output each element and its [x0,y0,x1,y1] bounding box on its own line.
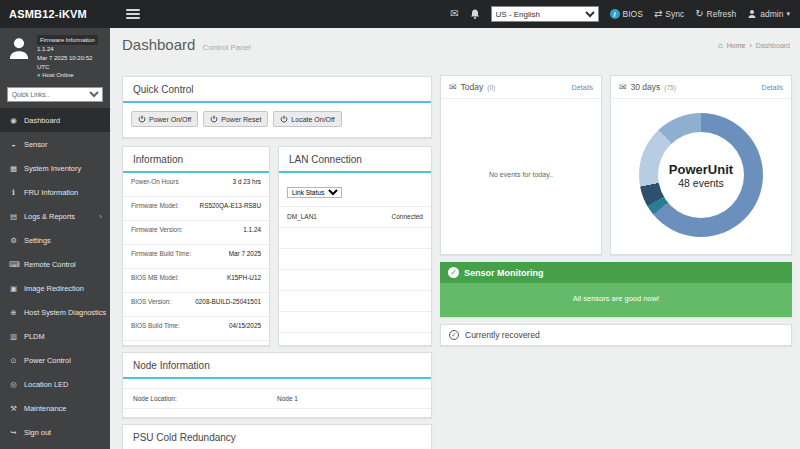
power-control-icon: ⊙ [9,356,18,365]
check-circle-outline-icon: ✓ [449,330,459,340]
node-information-card: Node Information Node Location: Node 1 [122,352,432,418]
table-row: Firmware Version: 1.1.24 [123,221,269,245]
firmware-version: 1.1.24 [37,46,54,52]
bell-icon [470,9,480,20]
psu-cold-redundancy-card: PSU Cold Redundancy [122,424,432,449]
today-details-link[interactable]: Details [572,84,593,91]
currently-recovered-row[interactable]: ✓ Currently recovered [440,324,792,346]
refresh-button[interactable]: ↻ Refresh [695,9,736,19]
info-circle-icon: i [610,9,620,19]
pldm-icon: ▥ [9,332,18,341]
lan-row-empty [279,228,431,249]
quick-links-select[interactable]: Quick Links.. [7,87,103,102]
sync-button[interactable]: ⇄ Sync [654,9,684,19]
dashboard-icon: ◉ [9,116,18,125]
power-icon [210,115,218,123]
remote-control-icon: ⌨ [9,260,18,269]
sensor-icon: ◒ [9,140,18,149]
month-details-link[interactable]: Details [762,84,783,91]
table-row: BIOS MB Model: K15PH-U12 [123,269,269,293]
psu-cold-redundancy-title: PSU Cold Redundancy [123,425,431,449]
donut-center-value: 48 events [678,177,724,189]
breadcrumb: ⌂ Home › Dashboard [718,41,790,50]
table-row: Firmware Model: RS520QA-E13-RS8U [123,197,269,221]
settings-icon: ⚙ [9,236,18,245]
sign-out-icon: ↪ [9,428,18,437]
firmware-date: Mar 7 2025 10:20:52 UTC [37,55,92,70]
power-icon [280,115,288,123]
user-icon [747,9,757,19]
breadcrumb-home[interactable]: Home [727,42,746,49]
table-row: Power-On Hours 3 d 23 hrs [123,173,269,197]
donut-center-label: PowerUnit [669,162,733,177]
events-donut: PowerUnit 48 events [639,113,763,237]
sidebar-item-host-system-diagnostics[interactable]: ⊕ Host System Diagnostics [0,300,110,324]
system-inventory-icon: ▦ [9,164,18,173]
lan-row-empty [279,270,431,291]
quick-control-title: Quick Control [123,77,431,103]
menu-toggle-icon[interactable] [126,9,140,19]
power-on-off-button[interactable]: Power On/Off [131,111,198,127]
sidebar-item-fru-information[interactable]: ℹ FRU Information [0,180,110,204]
notifications-button[interactable] [470,9,480,20]
chevron-right-icon: › [99,212,102,221]
envelope-icon: ✉ [450,9,458,19]
maintenance-icon: ⚒ [9,404,18,413]
messages-button[interactable]: ✉ [450,9,458,19]
sensor-monitoring-card: ✓ Sensor Monitoring All sensors are good… [440,262,792,317]
user-panel: Firmware Information 1.1.24 Mar 7 2025 1… [0,28,110,84]
breadcrumb-separator: › [749,42,751,49]
sidebar-item-pldm[interactable]: ▥ PLDM [0,324,110,348]
month-count: (75) [664,84,676,91]
main-content: Dashboard Control Panel ⌂ Home › Dashboa… [110,28,800,449]
node-information-title: Node Information [123,353,431,379]
sidebar-item-settings[interactable]: ⚙ Settings [0,228,110,252]
bios-button[interactable]: i BIOS [610,9,643,19]
host-status-dot: ● [37,72,41,78]
sensor-monitoring-title: Sensor Monitoring [464,268,544,278]
lan-connection-card: LAN Connection Link Status DM_LAN1 Conne… [278,146,432,346]
lan-row-empty [279,249,431,270]
sidebar-item-location-led[interactable]: ◎ Location LED [0,372,110,396]
fru-information-icon: ℹ [9,188,18,197]
sidebar-item-remote-control[interactable]: ⌨ Remote Control [0,252,110,276]
location-led-icon: ◎ [9,380,18,389]
home-icon: ⌂ [718,41,723,50]
sidebar-item-maintenance[interactable]: ⚒ Maintenance [0,396,110,420]
quick-control-card: Quick Control Power On/Off Power Reset L… [122,76,432,138]
avatar [6,35,32,65]
sidebar-item-power-control[interactable]: ⊙ Power Control [0,348,110,372]
sensor-monitoring-message: All sensors are good now! [440,283,792,317]
breadcrumb-current: Dashboard [756,42,790,49]
firmware-info-label: Firmware Information [37,35,98,45]
page-title: Dashboard [122,36,195,53]
user-avatar-icon [7,35,31,61]
refresh-icon: ↻ [695,9,703,19]
currently-recovered-label: Currently recovered [465,330,540,340]
sidebar-item-sign-out[interactable]: ↪ Sign out [0,420,110,444]
locate-on-off-button[interactable]: Locate On/Off [273,111,341,127]
sidebar-item-sensor[interactable]: ◒ Sensor [0,132,110,156]
lan-row-empty [279,312,431,333]
lan-connection-title: LAN Connection [279,147,431,173]
sidebar-item-system-inventory[interactable]: ▦ System Inventory [0,156,110,180]
image-redirection-icon: ▣ [9,284,18,293]
logs-reports-icon: ▤ [9,212,18,221]
power-reset-button[interactable]: Power Reset [203,111,268,127]
table-row: BIOS Build Time: 04/15/2025 [123,317,269,341]
information-card: Information Power-On Hours 3 d 23 hrs Fi… [122,146,270,346]
link-status-select[interactable]: Link Status [287,187,342,198]
host-status-label: Host Online [42,72,73,78]
envelope-icon: ✉ [619,82,627,92]
top-bar: ASMB12-iKVM ✉ US - English i BIOS ⇄ Sync… [0,0,800,28]
today-title: Today [461,82,484,92]
sidebar-item-logs-reports[interactable]: ▤ Logs & Reports › [0,204,110,228]
today-count: (0) [487,84,495,91]
lan-row-empty [279,291,431,312]
sidebar-item-image-redirection[interactable]: ▣ Image Redirection [0,276,110,300]
user-menu[interactable]: admin ▾ [747,9,790,19]
today-empty-message: No events for today.. [441,99,601,249]
sidebar-item-dashboard[interactable]: ◉ Dashboard [0,108,110,132]
brand-logo: ASMB12-iKVM [0,8,110,20]
language-select[interactable]: US - English [491,6,599,22]
